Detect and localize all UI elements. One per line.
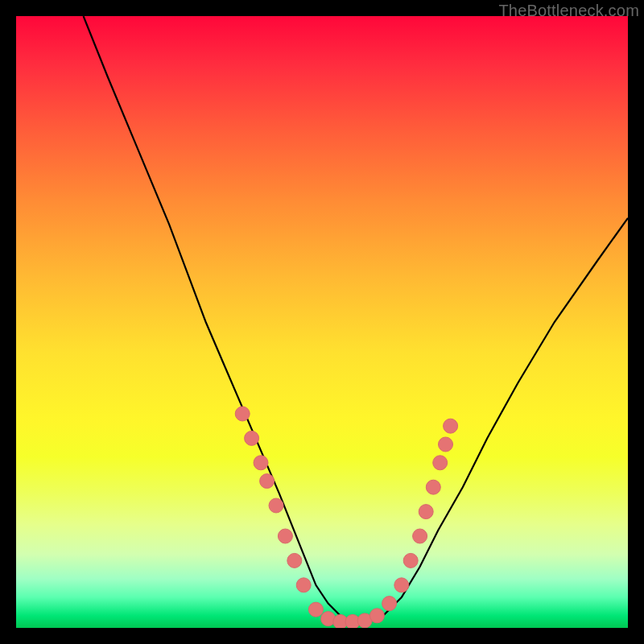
curve-marker	[444, 419, 458, 433]
curve-marker	[419, 505, 433, 519]
curve-marker	[433, 456, 448, 470]
curve-marker	[382, 597, 397, 611]
bottleneck-curve-path	[84, 16, 628, 621]
curve-marker	[245, 431, 259, 445]
bottleneck-curve-svg	[16, 16, 628, 628]
curve-marker	[235, 407, 250, 421]
curve-marker	[296, 578, 311, 592]
curve-marker	[394, 578, 409, 592]
curve-marker	[308, 602, 323, 617]
watermark-text: TheBottleneck.com	[498, 2, 639, 20]
curve-marker	[403, 553, 418, 568]
curve-marker	[254, 456, 268, 470]
curve-marker	[426, 480, 440, 494]
curve-markers	[235, 407, 457, 628]
chart-frame: TheBottleneck.com	[0, 0, 644, 644]
curve-marker	[269, 498, 283, 513]
curve-marker	[278, 529, 292, 543]
curve-marker	[369, 609, 384, 623]
curve-marker	[287, 553, 302, 568]
curve-marker	[413, 529, 427, 543]
curve-marker	[260, 474, 275, 489]
curve-marker	[439, 437, 453, 452]
plot-area	[16, 16, 628, 628]
